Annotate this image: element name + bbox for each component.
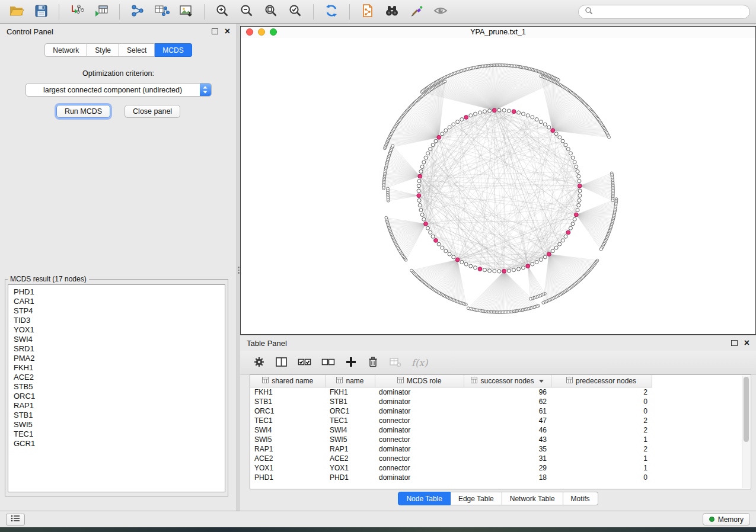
zoom-selected-button[interactable]	[285, 3, 306, 21]
import-table-button[interactable]	[91, 3, 112, 21]
cell[interactable]: PHD1	[250, 473, 326, 482]
zoom-in-button[interactable]	[212, 3, 233, 21]
table-settings-button[interactable]	[253, 356, 265, 370]
table-row[interactable]: RAP1RAP1dominator352	[250, 444, 652, 454]
table-row[interactable]: STB1STB1dominator620	[250, 397, 652, 406]
cell[interactable]: TEC1	[250, 416, 326, 425]
first-neighbors-button[interactable]	[381, 3, 403, 21]
cell[interactable]: 96	[464, 387, 551, 398]
cell[interactable]: connector	[375, 435, 464, 444]
network-share-button[interactable]	[127, 3, 148, 21]
close-window-icon[interactable]	[246, 28, 253, 36]
cell[interactable]: dominator	[375, 473, 464, 482]
open-session-button[interactable]	[6, 3, 27, 21]
mcds-result-item[interactable]: RAP1	[14, 401, 219, 411]
delete-column-button[interactable]	[367, 356, 379, 370]
mcds-result-item[interactable]: SWI5	[14, 420, 219, 430]
cell[interactable]: YOX1	[326, 463, 375, 473]
column-header-name[interactable]: name	[326, 375, 375, 387]
cell[interactable]: ACE2	[250, 454, 326, 463]
mcds-result-list[interactable]: PHD1CAR1STP4TID3YOX1SWI4SRD1PMA2FKH1ACE2…	[8, 284, 225, 492]
table-scrollbar-thumb[interactable]	[744, 377, 749, 442]
show-columns-button[interactable]	[275, 356, 288, 370]
float-table-panel-icon[interactable]	[731, 340, 738, 346]
refresh-view-button[interactable]	[321, 3, 342, 21]
cell[interactable]: RAP1	[326, 444, 375, 454]
table-row[interactable]: PHD1PHD1dominator180	[250, 473, 652, 482]
search-input[interactable]	[596, 7, 744, 17]
cell[interactable]: 31	[464, 454, 551, 463]
cell[interactable]: 0	[551, 397, 652, 406]
cell[interactable]: 1	[551, 454, 652, 463]
cell[interactable]: connector	[375, 454, 464, 463]
mcds-result-item[interactable]: FKH1	[14, 363, 219, 373]
cell[interactable]: RAP1	[250, 444, 326, 454]
column-header-MCDS-role[interactable]: MCDS role	[375, 375, 464, 387]
cell[interactable]: 35	[464, 444, 551, 454]
tab-mcds[interactable]: MCDS	[155, 43, 192, 57]
cell[interactable]: 18	[464, 473, 551, 482]
run-mcds-button[interactable]: Run MCDS	[56, 105, 110, 118]
tab-select[interactable]: Select	[119, 43, 155, 57]
table-row[interactable]: FKH1FKH1dominator962	[250, 387, 652, 398]
cell[interactable]: ORC1	[326, 406, 375, 416]
select-all-columns-button[interactable]	[298, 356, 311, 370]
cell[interactable]: 29	[464, 463, 551, 473]
cell[interactable]: STB1	[250, 397, 326, 406]
clone-network-button[interactable]	[357, 3, 378, 21]
tab-edge-table[interactable]: Edge Table	[451, 492, 502, 505]
cell[interactable]: FKH1	[250, 387, 326, 398]
new-network-from-table-button[interactable]	[151, 3, 173, 21]
cell[interactable]: PHD1	[326, 473, 375, 482]
tab-network-table[interactable]: Network Table	[502, 492, 563, 505]
cell[interactable]: ACE2	[326, 454, 375, 463]
close-panel-icon[interactable]: ×	[225, 27, 230, 36]
network-view[interactable]	[241, 38, 755, 334]
maximize-window-icon[interactable]	[270, 28, 277, 36]
cell[interactable]: 47	[464, 416, 551, 425]
import-network-button[interactable]	[66, 3, 88, 21]
column-header-shared-name[interactable]: shared name	[250, 375, 326, 387]
mcds-result-item[interactable]: STB1	[14, 411, 219, 420]
mcds-result-item[interactable]: TID3	[14, 316, 219, 325]
cell[interactable]: dominator	[375, 425, 464, 435]
cell[interactable]: 1	[551, 435, 652, 444]
table-row[interactable]: SWI4SWI4dominator462	[250, 425, 652, 435]
mcds-result-item[interactable]: GCR1	[14, 439, 219, 448]
cell[interactable]: 0	[551, 473, 652, 482]
cell[interactable]: SWI5	[250, 435, 326, 444]
cell[interactable]: 46	[464, 425, 551, 435]
cell[interactable]: SWI4	[326, 425, 375, 435]
tab-network[interactable]: Network	[44, 43, 87, 57]
function-builder-button[interactable]: f(x)	[412, 357, 428, 368]
cell[interactable]: 61	[464, 406, 551, 416]
mcds-result-item[interactable]: SRD1	[14, 344, 219, 354]
network-graph[interactable]	[241, 38, 755, 334]
table-row[interactable]: SWI5SWI5connector431	[250, 435, 652, 444]
unselect-all-columns-button[interactable]	[321, 356, 335, 370]
mcds-result-item[interactable]: SWI4	[14, 335, 219, 344]
cell[interactable]: connector	[375, 463, 464, 473]
save-session-button[interactable]	[30, 3, 52, 21]
minimize-window-icon[interactable]	[258, 28, 265, 36]
cell[interactable]: 0	[551, 406, 652, 416]
mcds-result-item[interactable]: YOX1	[14, 325, 219, 335]
cell[interactable]: connector	[375, 416, 464, 425]
cell[interactable]: FKH1	[326, 387, 375, 398]
cell[interactable]: 43	[464, 435, 551, 444]
table-row[interactable]: TEC1TEC1connector472	[250, 416, 652, 425]
apply-style-button[interactable]	[406, 3, 427, 21]
cell[interactable]: 2	[551, 416, 652, 425]
cell[interactable]: SWI5	[326, 435, 375, 444]
mcds-result-item[interactable]: STP4	[14, 306, 219, 316]
tab-node-table[interactable]: Node Table	[398, 492, 451, 505]
column-header-successor-nodes[interactable]: successor nodes	[464, 375, 551, 387]
column-header-predecessor-nodes[interactable]: predecessor nodes	[551, 375, 652, 387]
close-table-panel-icon[interactable]: ×	[744, 338, 749, 348]
tab-style[interactable]: Style	[87, 43, 119, 57]
show-hide-button[interactable]	[430, 3, 451, 21]
criterion-dropdown[interactable]: largest connected component (undirected)	[25, 83, 212, 97]
mcds-result-item[interactable]: ACE2	[14, 373, 219, 382]
memory-button[interactable]: Memory	[703, 513, 750, 525]
cell[interactable]: 2	[551, 425, 652, 435]
